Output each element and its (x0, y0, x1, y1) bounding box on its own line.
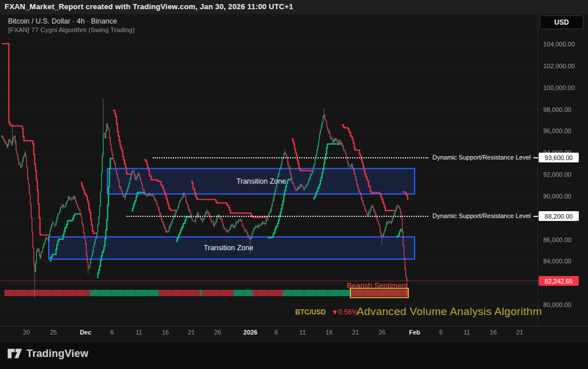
transition-zone-label-lower: Transition Zone (191, 244, 266, 252)
time-axis-label: 26 (378, 329, 385, 336)
footer-symbol: BTC/USD (295, 308, 326, 316)
price-axis-label: 80,000.00 (543, 301, 588, 308)
time-axis-label: 6 (274, 329, 278, 336)
price-axis-label: 102,000.00 (543, 63, 588, 69)
resistance-dotted-line (153, 157, 428, 158)
time-axis-label: 21 (352, 329, 359, 336)
price-axis-label: 100,000.00 (543, 84, 588, 91)
tradingview-logo-icon (7, 347, 22, 360)
time-axis-label: 2026 (243, 329, 257, 336)
time-axis-label: Dec (80, 329, 91, 336)
footer-change: ▼0.56% (331, 308, 358, 316)
report-title-bar: FXAN_Market_Report created with TradingV… (0, 0, 588, 14)
time-axis-label: 21 (188, 329, 195, 336)
support-dotted-line (126, 216, 428, 217)
resistance-axis-tick (533, 157, 538, 158)
time-axis-label: Feb (409, 329, 420, 336)
time-axis-label: 26 (214, 329, 221, 336)
support-axis-tick (533, 216, 538, 217)
tradingview-snapshot: FXAN_Market_Report created with TradingV… (0, 0, 588, 369)
last-price-line (0, 281, 537, 281)
price-axis-label: 96,000.00 (543, 127, 588, 134)
time-axis-label: 16 (490, 329, 497, 336)
price-axis-label: 86,000.00 (543, 236, 588, 243)
price-axis-label: 84,000.00 (543, 258, 588, 265)
footer-algo-title: Advanced Volume Analysis Algorithm (357, 305, 542, 318)
support-price-tag: 88,200.00 (539, 211, 579, 221)
resistance-price-tag: 93,600.00 (539, 153, 579, 162)
time-axis-label: 6 (439, 329, 443, 336)
tradingview-logo[interactable]: TradingView (7, 347, 88, 360)
support-line-label: Dynamic Support/Resistance Level (432, 212, 531, 219)
time-axis-label: 11 (299, 329, 305, 336)
price-axis-label: 90,000.00 (543, 193, 588, 200)
indicator-legend[interactable]: [FXAN] 77 Cygni Algorithm (Swing Trading… (8, 26, 135, 33)
time-axis-label: 21 (516, 329, 523, 336)
last-price-tag: 82,242.65 (539, 276, 579, 286)
currency-button[interactable]: USD (540, 15, 583, 29)
time-axis-label: 25 (50, 329, 57, 336)
price-axis-label: 98,000.00 (543, 106, 588, 113)
time-axis-separator (0, 326, 588, 327)
price-axis-label: 92,000.00 (543, 171, 588, 178)
tradingview-logo-text: TradingView (26, 348, 88, 360)
transition-zone-label-upper: Transition Zone (224, 177, 299, 185)
time-axis-label: 16 (162, 329, 169, 336)
symbol-legend[interactable]: Bitcoin / U.S. Dollar · 4h · Binance (8, 17, 117, 25)
time-axis-label: 16 (326, 329, 332, 336)
time-axis-label: 11 (136, 329, 142, 336)
time-axis-label: 11 (463, 329, 470, 336)
resistance-line-label: Dynamic Support/Resistance Level (432, 154, 531, 161)
time-axis-label: 20 (23, 329, 30, 336)
bearish-sentiment-label: Bearish Sentiment (347, 281, 408, 290)
price-axis-separator (537, 14, 538, 326)
price-axis-label: 104,000.00 (543, 41, 588, 48)
time-axis-label: 6 (110, 329, 114, 336)
report-title: FXAN_Market_Report created with TradingV… (5, 2, 293, 11)
